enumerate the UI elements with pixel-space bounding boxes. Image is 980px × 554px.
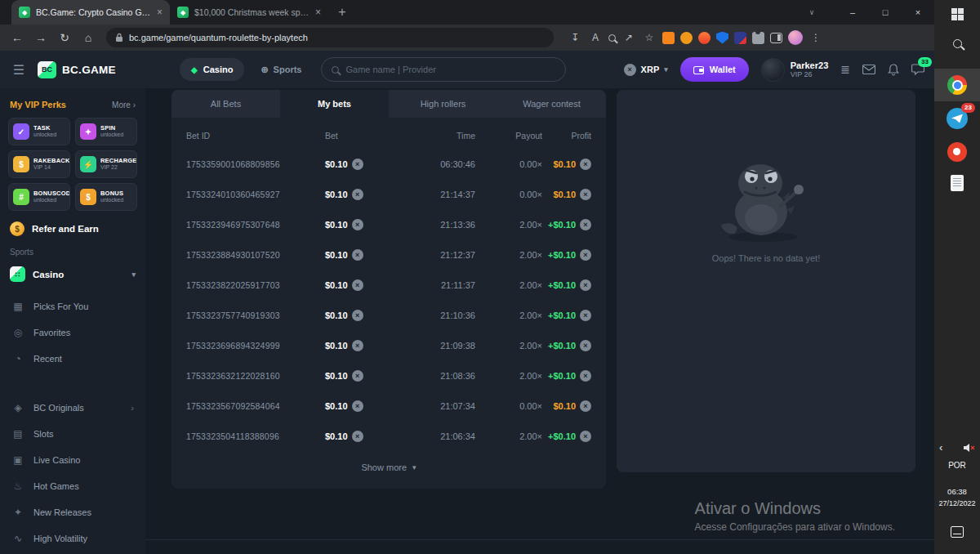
taskbar-notepad-button[interactable] xyxy=(934,175,980,191)
game-search-input[interactable] xyxy=(345,65,555,74)
vip-perks-title: My VIP Perks xyxy=(10,100,66,109)
tab-search-chevron-icon[interactable]: ∨ xyxy=(795,0,828,25)
sidebar-menu-item[interactable]: ▣ Live Casino xyxy=(8,447,137,473)
bet-row[interactable]: 1753324010360465927 $0.10 21:14:37 0.00× xyxy=(172,179,606,209)
user-profile[interactable]: Parker23 VIP 26 xyxy=(761,58,829,82)
bet-row[interactable]: 1753323884930107520 $0.10 21:12:37 2.00× xyxy=(172,239,606,270)
vip-perk-card[interactable]: ✦ SPIN unlocked xyxy=(75,118,137,145)
address-bar[interactable]: bc.game/game/quantum-roulette-by-playtec… xyxy=(106,28,554,47)
share-icon[interactable]: ↗ xyxy=(621,32,636,43)
home-icon[interactable]: ⌂ xyxy=(78,27,99,48)
back-icon[interactable]: ← xyxy=(7,27,28,48)
bet-row[interactable]: 1753323822025917703 $0.10 21:11:37 2.00× xyxy=(172,270,606,300)
bell-icon[interactable] xyxy=(888,64,899,76)
hamburger-menu-icon[interactable]: ☰ xyxy=(0,62,38,78)
browser-tab[interactable]: ◆ $10,000 Christmas week special × xyxy=(170,0,328,25)
bets-tab[interactable]: High rollers xyxy=(389,90,497,118)
chat-icon[interactable]: 33 xyxy=(911,64,924,75)
fox-extension-icon[interactable] xyxy=(662,32,675,44)
casino-dropdown-label: Casino xyxy=(33,270,64,279)
bets-tab[interactable]: My bets xyxy=(280,90,389,118)
taskbar-clock-time[interactable]: 06:38 xyxy=(934,487,980,496)
chat-badge: 33 xyxy=(918,57,932,67)
window-close-button[interactable]: × xyxy=(902,0,934,25)
perk-icon: $ xyxy=(13,156,29,172)
bet-row[interactable]: 1753323632122028160 $0.10 21:08:36 2.00× xyxy=(172,360,606,391)
zoom-icon[interactable] xyxy=(608,34,616,42)
username: Parker23 xyxy=(791,60,829,71)
sidebar-menu-item[interactable]: ✦ New Releases xyxy=(8,499,137,525)
bet-row[interactable]: 1753359001068809856 $0.10 06:30:46 0.00× xyxy=(172,149,606,179)
download-icon[interactable]: ↧ xyxy=(568,32,582,43)
bet-list-icon[interactable]: ≣ xyxy=(840,63,850,76)
flag-extension-icon[interactable] xyxy=(734,32,746,44)
vip-perk-card[interactable]: # BONUSCODE unlocked xyxy=(8,183,70,211)
windows-logo-icon xyxy=(951,8,964,20)
sidebar-menu-item[interactable]: ◎ Favorites xyxy=(8,319,137,346)
bet-amount: $0.10 xyxy=(325,250,348,260)
chevron-down-icon: ▾ xyxy=(131,270,136,279)
tab-close-icon[interactable]: × xyxy=(157,7,163,18)
vip-perks-more-link[interactable]: More › xyxy=(112,101,136,109)
game-search-box[interactable] xyxy=(321,57,566,82)
notification-center-button[interactable] xyxy=(934,526,980,538)
bet-row[interactable]: 1753323696894324999 $0.10 21:09:38 2.00× xyxy=(172,330,606,360)
sidebar-menu-item[interactable]: ∿ High Volatility xyxy=(8,525,137,552)
sidebar-menu-item[interactable]: ◈ BC Originals › xyxy=(8,395,137,421)
tray-expand-chevron-icon[interactable]: ‹ xyxy=(939,441,942,453)
browser-menu-kebab-icon[interactable]: ⋮ xyxy=(808,32,823,43)
nav-sports-tab[interactable]: ⊕ Sports xyxy=(261,65,301,75)
vip-perk-card[interactable]: ⚡ RECHARGE VIP 22 xyxy=(75,150,137,178)
nav-casino-tab[interactable]: ◆ Casino xyxy=(180,58,244,81)
monkey-extension-icon[interactable] xyxy=(680,32,693,44)
bet-row[interactable]: 1753323946975307648 $0.10 21:13:36 2.00× xyxy=(172,209,606,239)
bet-row[interactable]: 1753323567092584064 $0.10 21:07:34 0.00× xyxy=(172,391,606,421)
reload-icon[interactable]: ↻ xyxy=(54,27,75,48)
xrp-coin-icon xyxy=(352,249,363,261)
bet-row[interactable]: 1753323504118388096 $0.10 21:06:34 2.00× xyxy=(172,421,606,451)
taskbar-language[interactable]: POR xyxy=(934,461,980,470)
taskbar-red-app-button[interactable] xyxy=(934,142,980,162)
bcgame-logo[interactable]: BC BC.GAME xyxy=(38,61,145,78)
window-minimize-button[interactable]: – xyxy=(836,0,869,25)
side-panel-icon[interactable] xyxy=(770,33,782,43)
bets-tab[interactable]: Wager contest xyxy=(497,90,606,118)
telegram-badge: 23 xyxy=(961,103,975,113)
wallet-button[interactable]: Wallet xyxy=(680,57,749,82)
window-maximize-button[interactable]: □ xyxy=(869,0,902,25)
taskbar-telegram-button[interactable]: 23 xyxy=(934,108,980,129)
currency-selector[interactable]: XRP ▾ xyxy=(624,64,668,76)
bet-payout: 0.00× xyxy=(475,401,542,411)
windows-start-button[interactable] xyxy=(934,8,980,20)
taskbar-clock-date[interactable]: 27/12/2022 xyxy=(934,499,980,507)
refer-and-earn-link[interactable]: $ Refer and Earn xyxy=(10,221,136,236)
taskbar-chrome-button[interactable] xyxy=(934,69,980,101)
sidebar-menu-item[interactable]: ▦ Picks For You xyxy=(8,293,137,319)
bet-row[interactable]: 1753323757740919303 $0.10 21:10:36 2.00× xyxy=(172,300,606,330)
bets-tab[interactable]: All Bets xyxy=(172,90,280,118)
bet-payout: 2.00× xyxy=(475,371,542,381)
sidebar-menu-item[interactable]: ◔ Recent xyxy=(8,346,137,372)
shield-extension-icon[interactable] xyxy=(716,32,728,44)
tab-bar: ◆ BC.Game: Crypto Casino Games × ◆ $10,0… xyxy=(0,0,934,25)
forward-icon[interactable]: → xyxy=(30,27,51,48)
muted-speaker-icon[interactable] xyxy=(963,443,975,453)
browser-profile-avatar[interactable] xyxy=(788,30,803,45)
vip-perk-card[interactable]: $ RAKEBACK VIP 14 xyxy=(8,150,70,178)
casino-dropdown[interactable]: ∷ Casino ▾ xyxy=(10,266,136,282)
bookmark-star-icon[interactable]: ☆ xyxy=(642,32,657,43)
fire-extension-icon[interactable] xyxy=(698,32,710,44)
sidebar-menu-item[interactable]: ▤ Slots xyxy=(8,421,137,447)
show-more-button[interactable]: Show more ▾ xyxy=(172,453,606,482)
translate-icon[interactable]: A xyxy=(588,32,603,43)
vip-perk-card[interactable]: ✓ TASK unlocked xyxy=(8,118,70,145)
vip-perk-card[interactable]: $ BONUS unlocked xyxy=(75,183,137,211)
wallet-icon xyxy=(693,65,704,74)
mail-icon[interactable] xyxy=(862,65,875,74)
browser-tab[interactable]: ◆ BC.Game: Crypto Casino Games × xyxy=(11,0,170,25)
sidebar-menu-item[interactable]: ♨ Hot Games xyxy=(8,473,137,499)
taskbar-search-button[interactable] xyxy=(934,39,980,48)
extensions-puzzle-icon[interactable] xyxy=(752,32,764,44)
new-tab-button[interactable]: + xyxy=(332,2,353,23)
tab-close-icon[interactable]: × xyxy=(315,7,321,18)
